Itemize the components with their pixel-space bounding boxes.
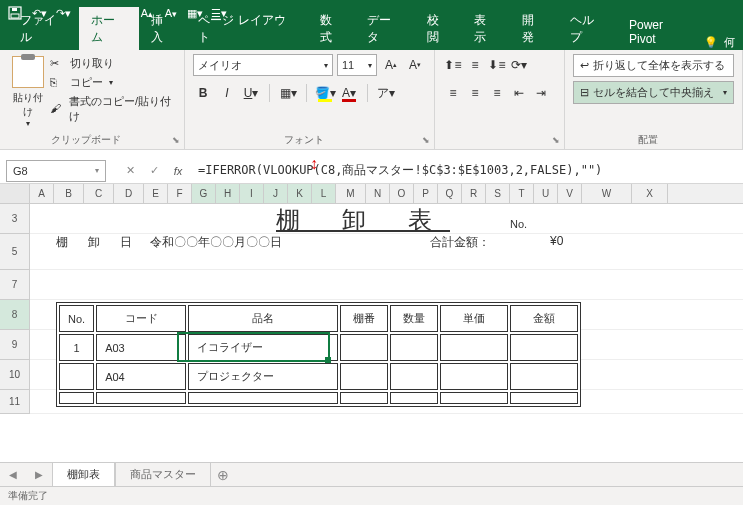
- row-7[interactable]: 7: [0, 270, 30, 300]
- ribbon: 貼り付け ▾ ✂切り取り ⎘コピー▾ 🖌書式のコピー/貼り付け クリップボード …: [0, 50, 743, 150]
- col-J[interactable]: J: [264, 184, 288, 203]
- grow-font-button[interactable]: A▴: [381, 54, 401, 76]
- cut-button[interactable]: ✂切り取り: [50, 54, 176, 73]
- tab-review[interactable]: 校閲: [415, 7, 463, 50]
- tab-help[interactable]: ヘルプ: [558, 7, 617, 50]
- align-right-button[interactable]: ≡: [487, 82, 507, 104]
- fill-color-button[interactable]: 🪣▾: [315, 82, 335, 104]
- formula-bar[interactable]: =IFERROR(VLOOKUP(C8,商品マスター!$C$3:$E$1003,…: [190, 162, 743, 179]
- col-H[interactable]: H: [216, 184, 240, 203]
- col-M[interactable]: M: [336, 184, 366, 203]
- row-5[interactable]: 5: [0, 234, 30, 270]
- row-10[interactable]: 10: [0, 360, 30, 390]
- tell-me-icon[interactable]: 💡: [704, 36, 718, 49]
- align-bottom-button[interactable]: ⬇≡: [487, 54, 507, 76]
- table-row[interactable]: A04 プロジェクター: [59, 363, 578, 390]
- table-row[interactable]: 1 A03 イコライザー: [59, 334, 578, 361]
- align-middle-button[interactable]: ≡: [465, 54, 485, 76]
- col-U[interactable]: U: [534, 184, 558, 203]
- align-left-button[interactable]: ≡: [443, 82, 463, 104]
- copy-button[interactable]: ⎘コピー▾: [50, 73, 176, 92]
- col-S[interactable]: S: [486, 184, 510, 203]
- dialog-launcher[interactable]: ⬊: [420, 135, 432, 147]
- indent-dec-button[interactable]: ⇤: [509, 82, 529, 104]
- col-D[interactable]: D: [114, 184, 144, 203]
- doc-no-label: No.: [510, 218, 527, 230]
- bold-button[interactable]: B: [193, 82, 213, 104]
- tab-view[interactable]: 表示: [462, 7, 510, 50]
- font-color-button[interactable]: A▾: [339, 82, 359, 104]
- ribbon-tabs: ファイル ホーム 挿入 ページ レイアウト 数式 データ 校閲 表示 開発 ヘル…: [0, 26, 743, 50]
- paste-button[interactable]: 貼り付け ▾: [8, 54, 48, 128]
- italic-button[interactable]: I: [217, 82, 237, 104]
- select-all-corner[interactable]: [0, 184, 30, 203]
- dialog-launcher[interactable]: ⬊: [170, 135, 182, 147]
- table-row[interactable]: [59, 392, 578, 404]
- row-3[interactable]: 3: [0, 204, 30, 234]
- status-bar: 準備完了: [0, 486, 743, 505]
- phonetic-button[interactable]: ア▾: [376, 82, 396, 104]
- tab-data[interactable]: データ: [355, 7, 414, 50]
- border-button[interactable]: ▦▾: [278, 82, 298, 104]
- col-G[interactable]: G: [192, 184, 216, 203]
- col-C[interactable]: C: [84, 184, 114, 203]
- col-Q[interactable]: Q: [438, 184, 462, 203]
- align-center-button[interactable]: ≡: [465, 82, 485, 104]
- font-name-combo[interactable]: メイリオ▾: [193, 54, 333, 76]
- col-R[interactable]: R: [462, 184, 486, 203]
- tab-insert[interactable]: 挿入: [139, 7, 187, 50]
- col-W[interactable]: W: [582, 184, 632, 203]
- sheet-tabs: ◀ ▶ 棚卸表 商品マスター ⊕: [0, 462, 743, 486]
- col-O[interactable]: O: [390, 184, 414, 203]
- font-size-combo[interactable]: 11▾: [337, 54, 377, 76]
- col-L[interactable]: L: [312, 184, 336, 203]
- formatpainter-button[interactable]: 🖌書式のコピー/貼り付け: [50, 92, 176, 126]
- wrap-text-button[interactable]: ↩折り返して全体を表示する: [573, 54, 734, 77]
- fx-button[interactable]: fx: [166, 161, 190, 181]
- col-B[interactable]: B: [54, 184, 84, 203]
- col-T[interactable]: T: [510, 184, 534, 203]
- formula-bar-row: G8▾ ✕ ✓ fx =IFERROR(VLOOKUP(C8,商品マスター!$C…: [0, 158, 743, 184]
- shrink-font-button[interactable]: A▾: [405, 54, 425, 76]
- col-X[interactable]: X: [632, 184, 668, 203]
- row-9[interactable]: 9: [0, 330, 30, 360]
- col-K[interactable]: K: [288, 184, 312, 203]
- merge-icon: ⊟: [580, 86, 589, 99]
- enter-formula-button[interactable]: ✓: [142, 161, 166, 181]
- row-8[interactable]: 8: [0, 300, 30, 330]
- merge-center-button[interactable]: ⊟セルを結合して中央揃え▾: [573, 81, 734, 104]
- add-sheet-button[interactable]: ⊕: [211, 467, 235, 483]
- cancel-formula-button[interactable]: ✕: [118, 161, 142, 181]
- col-F[interactable]: F: [168, 184, 192, 203]
- orientation-button[interactable]: ⟳▾: [509, 54, 529, 76]
- tab-home[interactable]: ホーム: [79, 7, 138, 50]
- sheet-nav-prev[interactable]: ◀: [0, 469, 26, 480]
- dialog-launcher[interactable]: ⬊: [550, 135, 562, 147]
- tab-formulas[interactable]: 数式: [308, 7, 356, 50]
- col-I[interactable]: I: [240, 184, 264, 203]
- underline-button[interactable]: U▾: [241, 82, 261, 104]
- tab-file[interactable]: ファイル: [8, 7, 79, 50]
- paste-icon: [12, 56, 44, 88]
- sheet-tab-active[interactable]: 棚卸表: [52, 462, 115, 486]
- sheet-tab-other[interactable]: 商品マスター: [115, 462, 211, 486]
- wrap-icon: ↩: [580, 59, 589, 72]
- col-P[interactable]: P: [414, 184, 438, 203]
- align-top-button[interactable]: ⬆≡: [443, 54, 463, 76]
- sheet-nav-next[interactable]: ▶: [26, 469, 52, 480]
- indent-inc-button[interactable]: ⇥: [531, 82, 551, 104]
- name-box[interactable]: G8▾: [6, 160, 106, 182]
- group-clipboard: 貼り付け ▾ ✂切り取り ⎘コピー▾ 🖌書式のコピー/貼り付け クリップボード …: [0, 50, 185, 149]
- col-A[interactable]: A: [30, 184, 54, 203]
- col-E[interactable]: E: [144, 184, 168, 203]
- grid-area[interactable]: 3 棚 卸 表 No. 5 棚 卸 日 ： 令和〇〇年〇〇月〇〇日 合計金額： …: [0, 204, 743, 462]
- th-amount: 金額: [510, 305, 578, 332]
- th-shelf: 棚番: [340, 305, 388, 332]
- col-V[interactable]: V: [558, 184, 582, 203]
- row-11[interactable]: 11: [0, 390, 30, 414]
- col-N[interactable]: N: [366, 184, 390, 203]
- tab-powerpivot[interactable]: Power Pivot: [617, 13, 704, 50]
- tab-developer[interactable]: 開発: [510, 7, 558, 50]
- tab-pagelayout[interactable]: ページ レイアウト: [186, 7, 308, 50]
- th-unit: 単価: [440, 305, 508, 332]
